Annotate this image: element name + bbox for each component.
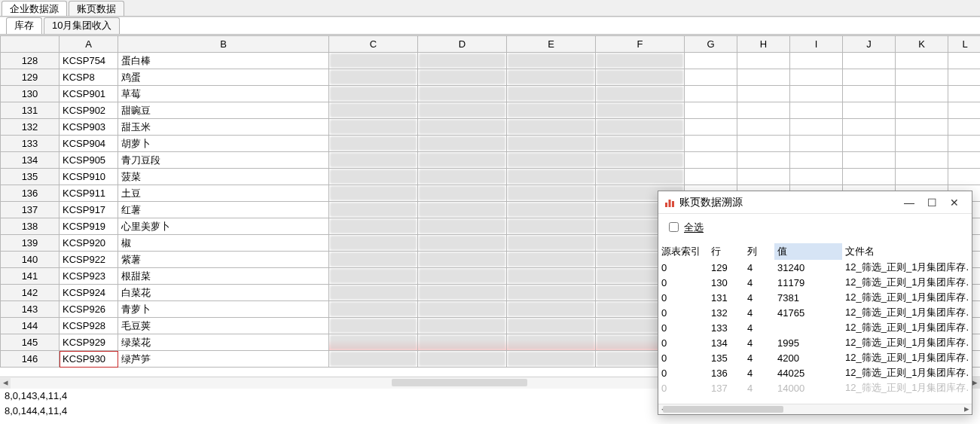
- cell-redacted[interactable]: [418, 169, 507, 185]
- cell[interactable]: [685, 102, 737, 119]
- dialog-horizontal-scrollbar[interactable]: ◂ ▸: [658, 404, 972, 414]
- cell-redacted[interactable]: [418, 152, 507, 169]
- cell-redacted[interactable]: [418, 334, 507, 351]
- cell[interactable]: KCSP901: [60, 86, 118, 102]
- cell-redacted[interactable]: [507, 69, 596, 86]
- cell[interactable]: [790, 69, 843, 86]
- trace-row[interactable]: 013041117912_筛选_正则_1月集团库存.: [658, 275, 972, 290]
- trace-table[interactable]: 源表索引 行 列 值 文件名 012943124012_筛选_正则_1月集团库存…: [658, 243, 972, 395]
- col-header[interactable]: H: [737, 36, 790, 53]
- cell[interactable]: [896, 152, 948, 169]
- cell[interactable]: [685, 69, 737, 86]
- cell[interactable]: 菠菜: [118, 169, 329, 185]
- cell-redacted[interactable]: [596, 152, 685, 169]
- cell[interactable]: KCSP930: [60, 351, 118, 368]
- cell-redacted[interactable]: [418, 86, 507, 102]
- cell-redacted[interactable]: [329, 334, 418, 351]
- cell[interactable]: 毛豆荚: [118, 318, 329, 334]
- row-header[interactable]: 138: [1, 218, 60, 235]
- cell[interactable]: [948, 169, 981, 185]
- row-header[interactable]: 144: [1, 318, 60, 334]
- cell-redacted[interactable]: [596, 53, 685, 69]
- minimize-button[interactable]: —: [898, 197, 920, 209]
- cell[interactable]: [737, 53, 790, 69]
- cell-redacted[interactable]: [418, 218, 507, 235]
- cell[interactable]: 甜豌豆: [118, 102, 329, 119]
- cell[interactable]: [948, 102, 981, 119]
- row-header[interactable]: 132: [1, 119, 60, 136]
- cell-redacted[interactable]: [596, 119, 685, 136]
- tab-ledger-data[interactable]: 账页数据: [69, 1, 124, 16]
- cell[interactable]: [737, 119, 790, 136]
- row-header[interactable]: 139: [1, 235, 60, 252]
- cell-redacted[interactable]: [329, 102, 418, 119]
- row-header[interactable]: 142: [1, 285, 60, 301]
- cell[interactable]: KCSP926: [60, 301, 118, 318]
- cell[interactable]: 土豆: [118, 185, 329, 202]
- cell[interactable]: [843, 69, 896, 86]
- cell[interactable]: [896, 102, 948, 119]
- cell-redacted[interactable]: [596, 86, 685, 102]
- col-header[interactable]: A: [60, 36, 118, 53]
- sheet-tab-oct-group-income[interactable]: 10月集团收入: [44, 17, 120, 34]
- cell-redacted[interactable]: [329, 185, 418, 202]
- cell[interactable]: [896, 119, 948, 136]
- select-all-corner[interactable]: [1, 36, 60, 53]
- cell[interactable]: 鸡蛋: [118, 69, 329, 86]
- trace-row[interactable]: 0133412_筛选_正则_1月集团库存.: [658, 320, 972, 335]
- cell-redacted[interactable]: [507, 136, 596, 152]
- trace-row[interactable]: 013244176512_筛选_正则_1月集团库存.: [658, 305, 972, 320]
- row-header[interactable]: 133: [1, 136, 60, 152]
- cell[interactable]: [896, 86, 948, 102]
- cell[interactable]: 根甜菜: [118, 268, 329, 285]
- cell[interactable]: [896, 169, 948, 185]
- cell[interactable]: [948, 152, 981, 169]
- cell[interactable]: [896, 53, 948, 69]
- cell-redacted[interactable]: [329, 351, 418, 368]
- cell[interactable]: KCSP919: [60, 218, 118, 235]
- cell-redacted[interactable]: [329, 318, 418, 334]
- maximize-button[interactable]: ☐: [920, 197, 943, 209]
- select-all-checkbox-group[interactable]: 全选: [666, 220, 964, 234]
- cell-redacted[interactable]: [329, 202, 418, 218]
- cell[interactable]: KCSP910: [60, 169, 118, 185]
- cell[interactable]: [896, 69, 948, 86]
- cell[interactable]: [685, 86, 737, 102]
- cell[interactable]: 蛋白棒: [118, 53, 329, 69]
- cell-redacted[interactable]: [329, 136, 418, 152]
- cell-redacted[interactable]: [329, 119, 418, 136]
- cell-redacted[interactable]: [596, 136, 685, 152]
- cell-redacted[interactable]: [507, 86, 596, 102]
- cell[interactable]: 白菜花: [118, 285, 329, 301]
- cell-redacted[interactable]: [418, 301, 507, 318]
- cell-redacted[interactable]: [418, 318, 507, 334]
- cell[interactable]: KCSP924: [60, 285, 118, 301]
- cell-redacted[interactable]: [507, 301, 596, 318]
- cell-redacted[interactable]: [329, 218, 418, 235]
- cell[interactable]: 紫薯: [118, 252, 329, 268]
- cell[interactable]: [737, 152, 790, 169]
- cell[interactable]: [790, 152, 843, 169]
- cell-redacted[interactable]: [507, 53, 596, 69]
- scroll-left-arrow-icon[interactable]: ◂: [0, 378, 11, 389]
- th-value[interactable]: 值: [774, 243, 842, 260]
- cell[interactable]: [843, 53, 896, 69]
- col-header[interactable]: K: [896, 36, 948, 53]
- cell[interactable]: [948, 86, 981, 102]
- cell[interactable]: [737, 102, 790, 119]
- cell-redacted[interactable]: [507, 102, 596, 119]
- scrollbar-thumb[interactable]: [392, 379, 527, 386]
- cell[interactable]: KCSP904: [60, 136, 118, 152]
- cell[interactable]: 红薯: [118, 202, 329, 218]
- col-header[interactable]: J: [843, 36, 896, 53]
- table-row[interactable]: 130KCSP901草莓: [1, 86, 981, 102]
- cell-redacted[interactable]: [329, 69, 418, 86]
- cell-redacted[interactable]: [418, 235, 507, 252]
- cell[interactable]: [790, 53, 843, 69]
- col-header[interactable]: F: [596, 36, 685, 53]
- cell[interactable]: 绿芦笋: [118, 351, 329, 368]
- cell[interactable]: KCSP754: [60, 53, 118, 69]
- cell[interactable]: [896, 136, 948, 152]
- cell[interactable]: [737, 136, 790, 152]
- col-header[interactable]: L: [948, 36, 981, 53]
